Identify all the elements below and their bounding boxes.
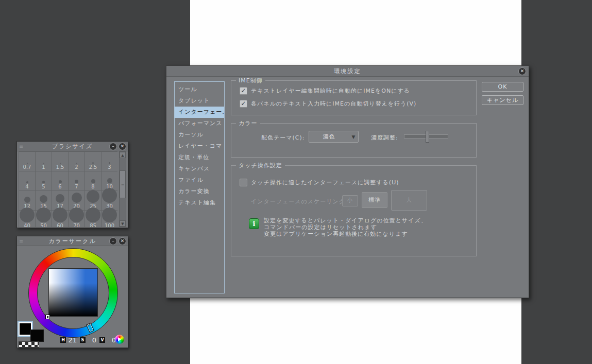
brush-size-item[interactable]: 2 [69,152,85,171]
brush-size-item[interactable]: 5 [36,171,52,191]
close-icon[interactable]: ✕ [119,143,126,150]
brush-size-label: 8 [91,184,94,190]
brush-size-label: 0.7 [23,164,31,170]
brush-size-grid: 0.7 1 1.5 2 2.5 3 4 5 6 7 8 10 12 15 17 … [19,151,117,227]
sidebar-item-performance[interactable]: パフォーマンス [175,118,224,129]
brush-size-label: 7 [75,184,78,190]
touch-adjust-row: タッチ操作に適したインターフェースに調整する(U) [240,179,399,186]
color-theme-select[interactable]: 濃色 ▼ [309,131,359,143]
density-label: 濃度調整: [371,134,398,142]
close-icon[interactable]: ✕ [518,67,526,75]
scaling-small-button[interactable]: 小 [342,195,358,206]
scroll-down-icon[interactable]: ▼ [120,220,126,227]
settings-category-list: ツール タブレット インターフェー… パフォーマンス カーソル レイヤー・コマ … [174,81,225,293]
minimize-icon[interactable]: – [109,143,117,150]
sv-marker[interactable] [45,315,50,319]
brush-size-label: 50 [40,223,47,227]
dialog-title: 環境設定 [166,66,529,77]
brush-dot [60,163,61,164]
brush-size-item[interactable]: 7 [69,171,85,191]
close-icon[interactable]: ✕ [119,237,126,245]
checkbox-checked-icon[interactable]: ✓ [240,100,247,108]
sidebar-item-cursor[interactable]: カーソル [175,129,224,141]
group-title: カラー [236,119,260,127]
brush-dot [56,194,64,203]
checkbox-label: 各パネルのテキスト入力時にIMEの自動切り替えを行う(V) [251,100,416,108]
brush-dot [43,163,44,164]
sidebar-item-ruler-unit[interactable]: 定規・単位 [175,152,224,163]
brush-size-item[interactable]: 1.5 [52,152,69,171]
cancel-button[interactable]: キャンセル [482,95,523,105]
brush-size-item[interactable]: 100 [102,211,117,227]
notice-line: 変更はアプリケーション再起動後に有効になります [264,231,408,237]
palette-menu-icon[interactable]: ≡ [19,143,26,150]
brush-size-item[interactable]: 4 [19,171,36,191]
sidebar-item-file[interactable]: ファイル [175,175,224,186]
brush-size-item[interactable]: 6 [52,171,69,191]
brush-size-item[interactable]: 1 [36,152,52,171]
palette-menu-icon[interactable]: ≡ [19,238,26,245]
brush-size-item[interactable]: 8 [85,171,102,191]
brush-size-item[interactable]: 3 [102,152,117,171]
brush-size-item[interactable]: 70 [69,211,85,227]
brush-dot [107,178,112,183]
brush-dot [24,197,30,203]
brush-size-label: 2 [75,164,78,170]
brush-dot [76,163,77,164]
saturation-value-square[interactable] [48,268,98,317]
checkbox-label: テキストレイヤー編集開始時に自動的にIMEをONにする [251,87,410,95]
sub-color-swatch[interactable] [30,330,44,342]
sidebar-item-interface[interactable]: インターフェー… [175,107,224,118]
ok-button[interactable]: OK [482,82,523,92]
scaling-standard-button[interactable]: 標準 [362,192,387,208]
checkbox-unchecked-icon[interactable] [240,179,247,186]
value-badge: V [99,337,105,343]
brush-dot [36,207,51,222]
saturation-value: 0 [87,336,96,344]
brush-size-label: 5 [42,184,45,190]
brush-size-item[interactable]: 0.7 [19,152,36,171]
brush-size-item[interactable]: 60 [52,211,69,227]
minimize-icon[interactable]: – [109,237,117,245]
dialog-titlebar[interactable]: 環境設定 ✕ [166,66,529,77]
ime-auto-on-row: ✓ テキストレイヤー編集開始時に自動的にIMEをONにする [240,87,410,95]
brush-size-label: 60 [57,223,63,227]
brush-size-label: 6 [58,184,61,190]
group-color: カラー 配色テーマ(C): 濃色 ▼ 濃度調整: [231,123,477,158]
restart-notice: i 設定を変更するとパレット・ダイアログの位置とサイズ、 コマンドバーの設定はリ… [249,217,427,237]
brush-size-item[interactable]: 2.5 [85,152,102,171]
brush-size-label: 1.5 [56,164,64,170]
selected-theme: 濃色 [309,133,349,141]
brush-palette-titlebar[interactable]: ≡ ブラシサイズ – ✕ [17,142,128,151]
brush-size-item[interactable]: 50 [36,211,52,227]
color-mode-icon[interactable] [115,335,124,344]
sidebar-item-tool[interactable]: ツール [175,84,224,95]
sidebar-item-canvas[interactable]: キャンバス [175,163,224,175]
brush-dot [40,195,47,203]
scaling-large-button[interactable]: 大 [391,190,427,211]
hue-badge: H [60,337,66,343]
scroll-up-icon[interactable]: ▲ [120,152,126,158]
brush-dot [102,188,117,203]
sidebar-item-color-conversion[interactable]: カラー変換 [175,186,224,197]
brush-size-item[interactable]: 85 [85,211,102,227]
brush-size-palette: ≡ ブラシサイズ – ✕ 0.7 1 1.5 2 2.5 3 4 5 6 7 8… [16,141,128,228]
brush-dot [91,179,95,183]
group-ime-control: IME制御 ✓ テキストレイヤー編集開始時に自動的にIMEをONにする ✓ 各パ… [231,80,477,115]
sidebar-item-tablet[interactable]: タブレット [175,95,224,107]
sidebar-item-layer-frame[interactable]: レイヤー・コマ [175,141,224,152]
brush-size-item[interactable]: 40 [19,211,36,227]
transparent-color-swatch[interactable] [19,341,39,348]
color-palette-titlebar[interactable]: ≡ カラーサークル – ✕ [17,236,128,246]
density-slider[interactable] [404,134,448,138]
hsv-readout: H 21 S 0 V 0 [60,336,117,344]
scrollbar[interactable]: ▲ ≡ ▼ [119,151,126,227]
scrollbar-thumb[interactable]: ≡ [120,170,126,198]
brush-size-label: 85 [90,223,96,227]
slider-handle[interactable] [426,131,429,143]
sidebar-item-text-edit[interactable]: テキスト編集 [175,197,224,209]
color-theme-label: 配色テーマ(C): [261,134,305,142]
chevron-down-icon: ▼ [349,134,358,140]
brush-dot [75,180,78,183]
checkbox-checked-icon[interactable]: ✓ [240,87,247,95]
